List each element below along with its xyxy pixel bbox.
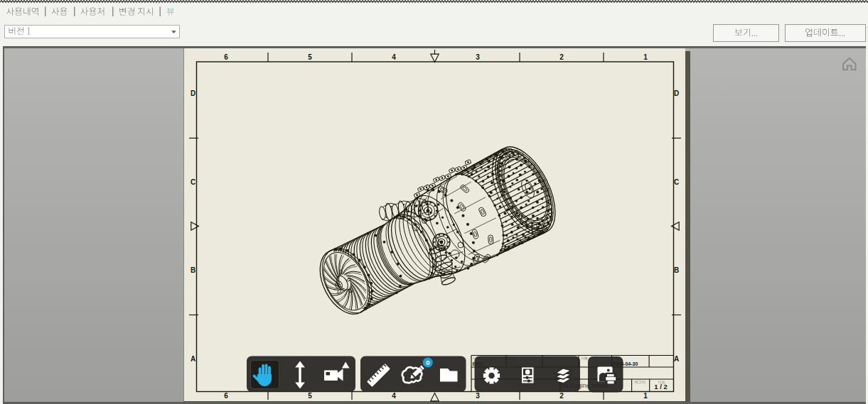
svg-text:C: C <box>674 178 679 186</box>
svg-text:0: 0 <box>426 359 429 366</box>
svg-text:3: 3 <box>476 392 480 400</box>
svg-text:6: 6 <box>224 53 228 61</box>
svg-text:4: 4 <box>392 53 396 61</box>
svg-text:A: A <box>674 355 679 363</box>
svg-text:2: 2 <box>559 53 564 61</box>
svg-text:A: A <box>191 355 195 363</box>
svg-text:C: C <box>191 178 195 186</box>
svg-text:B: B <box>191 266 195 274</box>
svg-text:D: D <box>191 89 195 97</box>
svg-text:1: 1 <box>643 392 648 400</box>
svg-text:4: 4 <box>392 392 396 400</box>
svg-text:6: 6 <box>224 392 228 400</box>
svg-text:1: 1 <box>643 53 648 61</box>
svg-text:5: 5 <box>308 392 312 400</box>
svg-text:5: 5 <box>308 53 312 61</box>
svg-text:3: 3 <box>476 53 480 61</box>
svg-text:D: D <box>674 89 679 97</box>
svg-text:B: B <box>674 266 679 274</box>
svg-text:1 / 2: 1 / 2 <box>654 383 668 391</box>
svg-text:2: 2 <box>559 392 564 400</box>
